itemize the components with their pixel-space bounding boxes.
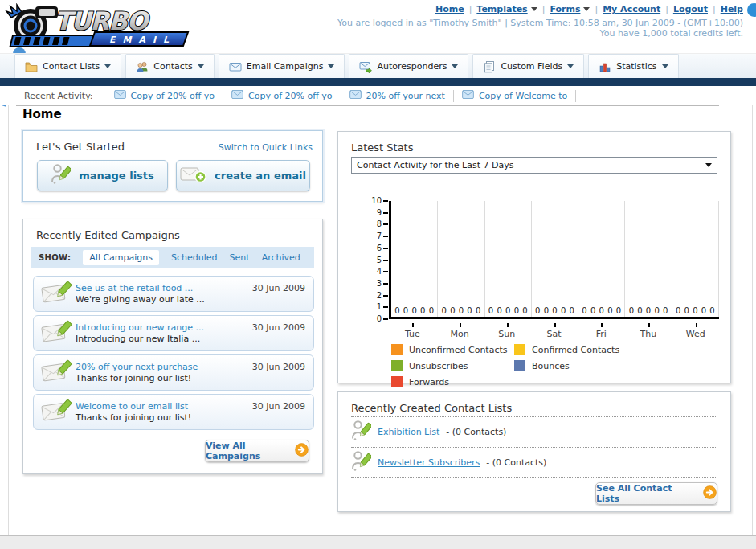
- chart-value: 0: [570, 306, 574, 315]
- menu-tab-email-campaigns[interactable]: Email Campaigns: [219, 54, 345, 78]
- chart-value: 0: [403, 306, 408, 315]
- chart-value: 0: [607, 306, 612, 315]
- stats-period-select[interactable]: Contact Activity for the Last 7 Days: [351, 157, 717, 174]
- campaign-title-link[interactable]: Welcome to our email list: [76, 401, 188, 412]
- contact-list-count: - (0 Contacts): [486, 457, 546, 468]
- campaign-item[interactable]: 20% off your next purchaseThanks for joi…: [33, 354, 314, 391]
- recent-activity-link[interactable]: 20% off your next: [366, 91, 445, 101]
- campaign-subtitle: We're giving away our late ...: [76, 294, 252, 305]
- campaign-text: Introducing our new range ...Introducing…: [76, 322, 252, 345]
- y-axis-tick: [383, 223, 388, 225]
- y-axis-tick: [383, 306, 388, 308]
- chart-value: 0: [522, 306, 527, 315]
- help-bubble-icon[interactable]: [747, 3, 756, 17]
- campaign-title-link[interactable]: Introducing our new range ...: [76, 322, 204, 333]
- contact-list-link[interactable]: Newsletter Subscribers: [378, 457, 480, 468]
- credits-status: You have 1,000 total credits left.: [337, 28, 743, 39]
- switch-quick-links-link[interactable]: Switch to Quick Links: [219, 142, 313, 153]
- chart-value: 0: [552, 306, 557, 315]
- campaign-title-link[interactable]: 20% off your next purchase: [76, 362, 198, 372]
- top-link-templates[interactable]: Templates: [476, 4, 527, 14]
- legend-label: Confirmed Contacts: [532, 345, 619, 355]
- campaign-text: Welcome to our email listThanks for join…: [76, 401, 252, 424]
- menu-tab-label: Email Campaigns: [247, 61, 324, 72]
- recent-activity-link[interactable]: Copy of Welcome to: [479, 91, 567, 101]
- campaign-title-link[interactable]: See us at the retail food ...: [76, 283, 193, 293]
- view-all-campaigns-button[interactable]: View All Campaigns: [205, 440, 309, 462]
- x-axis-tick: [648, 323, 650, 327]
- contact-list-count: - (0 Contacts): [446, 427, 506, 437]
- get-started-panel: Let's Get Started Switch to Quick Links …: [22, 130, 323, 202]
- envelope-icon: [114, 90, 126, 101]
- get-started-title: Let's Get Started: [36, 141, 125, 153]
- campaign-subtitle: Introducing our new Italia ...: [76, 334, 252, 345]
- chart-value: 0: [676, 306, 680, 315]
- top-link-help[interactable]: Help: [721, 4, 743, 14]
- top-link-my-account[interactable]: My Account: [603, 4, 660, 14]
- y-axis-label: 7: [364, 232, 382, 240]
- campaign-edit-icon: [40, 398, 76, 426]
- chart-value: 0: [590, 306, 595, 315]
- recent-activity-link[interactable]: Copy of 20% off yo: [131, 91, 215, 101]
- menu-tab-contact-lists[interactable]: Contact Lists: [14, 54, 121, 78]
- legend-swatch: [514, 344, 525, 355]
- menu-tab-autoresponders[interactable]: Autoresponders: [349, 54, 468, 78]
- y-axis-label: 4: [364, 268, 382, 276]
- contact-list-link[interactable]: Exhibition List: [378, 427, 439, 437]
- x-axis-label: Tue: [389, 323, 436, 339]
- x-axis-tick: [412, 323, 414, 327]
- legend-swatch: [514, 360, 525, 371]
- campaign-filter-sent[interactable]: Sent: [230, 252, 250, 263]
- latest-stats-panel: Latest Stats Contact Activity for the La…: [337, 131, 731, 383]
- top-nav: Home|Templates|Forms|My Account|Logout|H…: [337, 4, 743, 14]
- separator: |: [469, 4, 472, 14]
- chart-value: 0: [629, 306, 634, 315]
- y-axis-tick: [383, 295, 388, 297]
- chevron-down-icon: [198, 64, 204, 68]
- chart-value: 0: [654, 306, 659, 315]
- x-axis-tick: [601, 323, 603, 327]
- x-axis-tick: [460, 323, 461, 327]
- campaign-subtitle: Thanks for joining our list!: [76, 373, 252, 384]
- chart-value: 0: [599, 306, 604, 315]
- top-link-forms[interactable]: Forms: [550, 4, 580, 14]
- chart-value: 0: [544, 306, 549, 315]
- campaign-item[interactable]: Welcome to our email listThanks for join…: [33, 394, 314, 430]
- menu-tab-custom-fields[interactable]: Custom Fields: [472, 54, 584, 78]
- campaign-item[interactable]: Introducing our new range ...Introducing…: [33, 315, 314, 351]
- envelope-icon: [231, 90, 243, 101]
- legend-item: Unsubscribes: [391, 360, 514, 371]
- chevron-down-icon: [452, 64, 458, 68]
- chart-value: 0: [663, 306, 668, 315]
- arrow-circle-icon: [295, 443, 309, 459]
- campaign-filter-archived[interactable]: Archived: [262, 252, 300, 263]
- menu-tab-contacts[interactable]: Contacts: [125, 54, 215, 78]
- menu-tab-statistics[interactable]: Statistics: [588, 54, 678, 78]
- legend-item: Forwards: [391, 376, 514, 387]
- chart-value: 0: [488, 306, 493, 315]
- chart-day-group: 00000: [672, 201, 719, 317]
- create-email-button[interactable]: create an email: [176, 160, 310, 191]
- campaign-edit-icon: [40, 280, 76, 308]
- campaign-filter-scheduled[interactable]: Scheduled: [171, 252, 218, 263]
- recent-activity-item: 20% off your next: [341, 90, 454, 102]
- chart-day-group: 00000: [391, 201, 438, 317]
- chart-value: 0: [476, 306, 480, 315]
- campaigns-panel: Recently Edited Campaigns SHOW: All Camp…: [22, 219, 323, 474]
- top-link-logout[interactable]: Logout: [673, 4, 708, 14]
- chart-legend: Unconfirmed ContactsConfirmed ContactsUn…: [391, 344, 729, 392]
- recent-activity-link[interactable]: Copy of 20% off yo: [248, 91, 333, 101]
- campaign-item[interactable]: See us at the retail food ...We're givin…: [33, 276, 314, 312]
- manage-lists-button[interactable]: manage lists: [37, 160, 168, 191]
- top-link-home[interactable]: Home: [435, 4, 464, 14]
- chart-value: 0: [505, 306, 510, 315]
- see-all-contact-lists-button[interactable]: See All Contact Lists: [595, 482, 717, 505]
- contacts-icon: [136, 60, 149, 73]
- x-axis-label: Thu: [625, 323, 672, 339]
- campaign-filter-all-campaigns[interactable]: All Campaigns: [83, 250, 159, 265]
- statistics-icon: [599, 60, 611, 73]
- campaign-date: 30 Jun 2009: [252, 322, 305, 333]
- chart-value: 0: [701, 306, 706, 315]
- campaigns-filter-tabs: SHOW: All CampaignsScheduledSentArchived: [31, 247, 314, 268]
- manage-lists-icon: [51, 163, 71, 188]
